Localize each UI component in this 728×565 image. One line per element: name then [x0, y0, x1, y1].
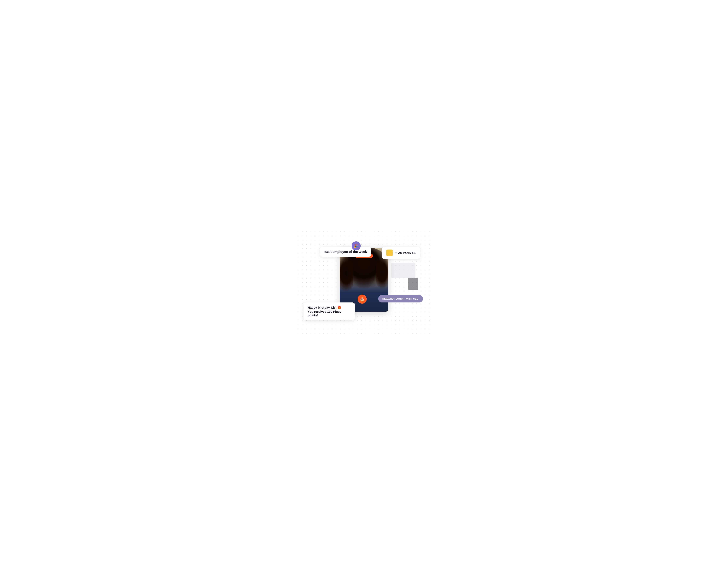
- main-scene: +100 POINTS 🎉 Best employee of the week …: [296, 229, 432, 336]
- best-employee-label: Best employee of the week: [324, 250, 367, 253]
- lightning-badge: ⚡: [386, 249, 393, 256]
- points-card-label: + 25 POINTS: [395, 251, 416, 255]
- party-popper-icon: 🎉: [352, 241, 361, 250]
- cake-icon: 🎂: [360, 297, 365, 302]
- lightning-icon: ⚡: [388, 251, 392, 255]
- bg-blur-light: [391, 263, 415, 278]
- person-hair-left: [340, 254, 353, 292]
- points-card: ⚡ + 25 POINTS: [382, 247, 420, 259]
- best-employee-card: Best employee of the week: [320, 247, 371, 257]
- birthday-card-line1: Happy birthday, Lis! 🎁: [308, 306, 351, 310]
- person-hair-right: [376, 256, 388, 289]
- bg-blur-dark: [408, 278, 418, 290]
- cake-icon-circle: 🎂: [358, 295, 367, 304]
- birthday-card-line2: You received 100 Piggy points!: [308, 310, 351, 317]
- birthday-card: Happy birthday, Lis! 🎁 You received 100 …: [304, 303, 355, 320]
- reward-pill: REWARD: LUNCH WITH CEO: [378, 295, 423, 303]
